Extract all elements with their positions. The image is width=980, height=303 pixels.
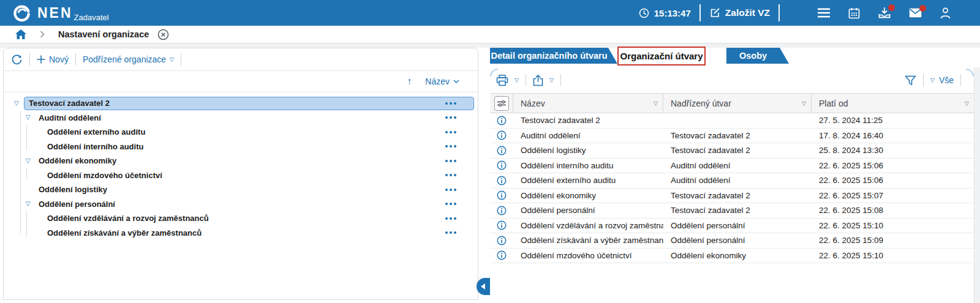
info-icon[interactable] <box>497 236 507 245</box>
mail-icon[interactable] <box>909 8 922 18</box>
row-actions-button[interactable] <box>445 145 456 148</box>
tree-item-body[interactable]: Oddělení vzdělávání a rozvoj zaměstnanců <box>24 212 474 225</box>
close-page-icon[interactable] <box>157 29 169 40</box>
column-header-plati-od[interactable]: Platí od ▽ <box>812 94 974 113</box>
tab-organizacni-utvary[interactable]: Organizační útvary <box>617 47 706 65</box>
info-icon[interactable] <box>497 160 507 170</box>
table-row[interactable]: Auditní oddělení Testovací zadavatel 2 1… <box>490 129 974 144</box>
home-icon[interactable] <box>15 29 26 39</box>
tree-item[interactable]: ▽ Auditní oddělení <box>4 111 478 125</box>
org-units-table: Testovací zadavatel 2 27. 5. 2024 11:25 … <box>490 113 974 263</box>
row-actions-button[interactable] <box>445 160 456 162</box>
filter-button[interactable] <box>905 75 916 86</box>
row-actions-button[interactable] <box>445 102 456 105</box>
tab-label: Organizační útvary <box>620 51 703 61</box>
tree-item-body[interactable]: Oddělení mzdového účetnictví <box>24 169 474 182</box>
inbox-download-icon[interactable] <box>878 7 891 19</box>
info-icon[interactable] <box>497 220 507 230</box>
table-row[interactable]: Oddělení personální Testovací zadavatel … <box>490 203 974 219</box>
info-icon[interactable] <box>497 146 507 155</box>
create-vz-button[interactable]: Založit VZ <box>709 7 770 18</box>
menu-icon[interactable] <box>818 8 830 18</box>
row-actions-button[interactable] <box>445 203 456 205</box>
tree-item-label: Oddělení logistiky <box>24 185 107 194</box>
create-vz-label: Založit VZ <box>725 7 770 18</box>
tree-item-body[interactable]: Testovací zadavatel 2 <box>24 97 474 110</box>
tree-item-body[interactable]: Oddělení ekonomiky <box>24 154 474 168</box>
info-icon[interactable] <box>497 250 507 260</box>
detail-tabs: Detail organizačního útvaru Organizační … <box>490 48 789 69</box>
expander-icon[interactable]: ▽ <box>14 100 19 107</box>
table-row[interactable]: Oddělení mzdového účetnictví Oddělení ek… <box>490 249 974 264</box>
new-button[interactable]: Nový <box>37 54 69 64</box>
tree-item-body[interactable]: Auditní oddělení <box>24 111 474 125</box>
sort-field-dropdown[interactable]: Název <box>425 77 459 86</box>
nen-logo[interactable]: NEN Zadavatel <box>12 4 109 23</box>
column-header-nazev[interactable]: Název ▽ <box>513 94 663 113</box>
row-actions-button[interactable] <box>445 217 456 220</box>
row-actions-button[interactable] <box>445 116 456 119</box>
sort-direction-button[interactable]: ↑ <box>407 76 412 87</box>
calendar-icon[interactable] <box>848 7 860 19</box>
table-row[interactable]: Oddělení interního auditu Auditní odděle… <box>490 159 974 174</box>
column-chooser-button[interactable] <box>494 96 509 111</box>
tab-detail-organizacniho-utvaru[interactable]: Detail organizačního útvaru <box>490 48 617 64</box>
cell-nadrizeny-utvar: Testovací zadavatel 2 <box>663 206 812 215</box>
table-row[interactable]: Oddělení ekonomiky Testovací zadavatel 2… <box>490 189 974 204</box>
info-icon[interactable] <box>497 130 507 140</box>
column-filter-icon[interactable]: ▽ <box>654 100 658 107</box>
print-dropdown[interactable]: ▽ <box>496 75 519 86</box>
export-dropdown[interactable]: ▽ <box>533 75 554 86</box>
tree-item[interactable]: ▽ Oddělení získávání a výběr zaměstnanců <box>4 226 478 241</box>
cell-nadrizeny-utvar: Oddělení personální <box>663 236 812 245</box>
user-icon[interactable] <box>940 7 951 19</box>
info-icon[interactable] <box>497 116 507 125</box>
cell-nadrizeny-utvar: Auditní oddělení <box>663 161 812 170</box>
toolbar-separator <box>181 53 181 65</box>
column-header-nadrizeny-utvar[interactable]: Nadřízený útvar ▽ <box>663 94 812 113</box>
tree-item-body[interactable]: Oddělení interního auditu <box>24 140 474 154</box>
tree-item[interactable]: ▽ Oddělení mzdového účetnictví <box>4 168 478 183</box>
tree-item[interactable]: ▽ Oddělení ekonomiky <box>4 154 478 168</box>
info-icon[interactable] <box>497 176 507 185</box>
column-filter-icon[interactable]: ▽ <box>965 100 969 107</box>
suborganizations-dropdown[interactable]: Podřízené organizace ▽ <box>83 54 174 64</box>
filter-scope-dropdown[interactable]: ▽ Vše <box>930 75 954 85</box>
row-actions-button[interactable] <box>445 131 456 133</box>
row-actions-button[interactable] <box>445 231 456 234</box>
tree-item-body[interactable]: Oddělení externího auditu <box>24 125 474 139</box>
clock-icon <box>639 8 649 18</box>
tree-item[interactable]: ▽ Testovací zadavatel 2 <box>4 96 478 111</box>
tree-item[interactable]: ▽ Oddělení logistiky <box>4 182 478 197</box>
tree-item-body[interactable]: Oddělení získávání a výběr zaměstnanců <box>24 226 474 240</box>
clock-time: 15:13:47 <box>654 8 691 18</box>
tab-osoby[interactable]: Osoby <box>726 48 789 64</box>
tree-item-body[interactable]: Oddělení logistiky <box>24 183 474 196</box>
table-row[interactable]: Oddělení vzdělávání a rozvoj zaměstna...… <box>490 219 974 234</box>
vertical-scrollbar[interactable] <box>974 67 980 303</box>
collapse-panel-handle[interactable] <box>477 278 490 295</box>
tree-item[interactable]: ▽ Oddělení vzdělávání a rozvoj zaměstnan… <box>4 211 478 226</box>
table-row[interactable]: Oddělení získávání a výběr zaměstnan... … <box>490 233 974 249</box>
tree-item[interactable]: ▽ Oddělení personální <box>4 197 478 212</box>
refresh-button[interactable] <box>11 54 23 65</box>
info-icon[interactable] <box>497 206 507 215</box>
table-row[interactable]: Oddělení logistiky Testovací zadavatel 2… <box>490 143 974 159</box>
tree-item-label: Oddělení externího auditu <box>24 127 145 137</box>
table-row[interactable]: Testovací zadavatel 2 27. 5. 2024 11:25 <box>490 113 974 129</box>
row-actions-button[interactable] <box>445 189 456 191</box>
tree-item[interactable]: ▽ Oddělení externího auditu <box>4 125 478 140</box>
column-header-label: Název <box>521 99 654 108</box>
refresh-icon <box>11 54 23 65</box>
column-filter-icon[interactable]: ▽ <box>802 100 806 107</box>
tree-item[interactable]: ▽ Oddělení interního auditu <box>4 140 478 154</box>
tree-item-body[interactable]: Oddělení personální <box>24 198 474 211</box>
grid-header: Název ▽ Nadřízený útvar ▽ Platí od ▽ <box>490 93 974 113</box>
page-title: Nastavení organizace <box>58 29 149 39</box>
cell-nadrizeny-utvar: Oddělení ekonomiky <box>663 251 812 260</box>
cell-nadrizeny-utvar: Oddělení personální <box>663 221 812 230</box>
table-row[interactable]: Oddělení externího auditu Auditní odděle… <box>490 173 974 189</box>
session-clock: 15:13:47 <box>639 8 691 18</box>
info-icon[interactable] <box>497 190 507 200</box>
row-actions-button[interactable] <box>445 174 456 176</box>
